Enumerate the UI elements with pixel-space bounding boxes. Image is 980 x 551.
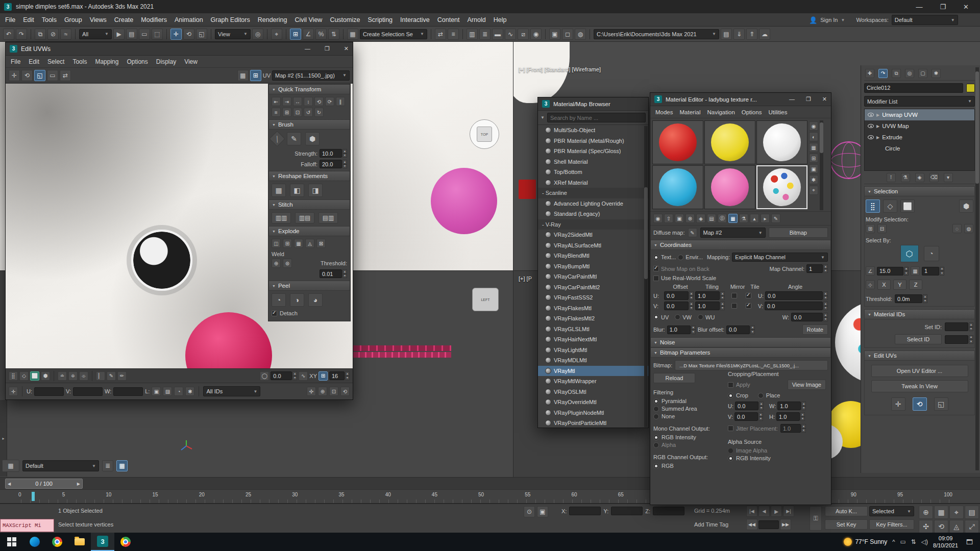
u-tiling-field[interactable]: 1.0: [695, 291, 720, 300]
minimize-icon[interactable]: —: [305, 45, 310, 52]
angle-snap-icon[interactable]: ∠: [303, 29, 314, 40]
use-real-world-scale-checkbox[interactable]: [653, 276, 659, 281]
v-tile-checkbox[interactable]: [746, 303, 751, 309]
maximize-icon[interactable]: ❐: [806, 96, 811, 103]
vertex-mode-icon[interactable]: ⣿: [9, 371, 18, 381]
rectangularize-icon[interactable]: ◨: [308, 184, 323, 197]
stitch-header[interactable]: Stitch: [268, 199, 350, 210]
relax-brush-icon[interactable]: ⬢: [305, 132, 320, 145]
matid-icon[interactable]: ▦: [911, 266, 920, 276]
uv-mirror-icon[interactable]: ⇄: [60, 70, 71, 81]
absolute-mode-icon[interactable]: ✛: [9, 387, 18, 396]
material-list-item[interactable]: - Scanline: [538, 188, 648, 198]
viewport-layout-icon[interactable]: ▦: [2, 460, 19, 472]
sample-slot-white[interactable]: [756, 120, 807, 164]
render-setup-icon[interactable]: ▣: [549, 29, 560, 40]
weld-threshold-field[interactable]: 0.01: [320, 269, 342, 278]
workspace-dropdown[interactable]: Default▼: [892, 15, 958, 25]
material-list-item[interactable]: Top/Bottom: [538, 167, 648, 178]
show-map-toggle-icon[interactable]: ▦: [237, 70, 249, 81]
loop-selection-icon[interactable]: ◌: [952, 224, 962, 233]
go-to-parent-icon[interactable]: ▴: [750, 214, 759, 223]
chevron-down-icon[interactable]: ▼: [841, 18, 845, 22]
polygon-selection-icon[interactable]: ⬜: [900, 199, 915, 213]
v-mirror-checkbox[interactable]: [731, 303, 737, 309]
grow-selection-icon[interactable]: ⊞: [866, 224, 875, 233]
x-axis-button[interactable]: X: [877, 280, 891, 290]
zoom-all-icon[interactable]: ▦: [934, 506, 948, 519]
apply-checkbox[interactable]: [728, 382, 733, 388]
menu-item[interactable]: Display: [156, 58, 176, 65]
browser-titlebar[interactable]: 3 Material/Map Browser: [538, 97, 648, 111]
material-list-item[interactable]: Standard (Legacy): [538, 209, 648, 219]
brush-header[interactable]: Brush: [268, 119, 350, 130]
rotate-90cw-icon[interactable]: ↻: [314, 108, 324, 117]
selection-rollout-header[interactable]: Selection: [864, 186, 975, 196]
crop-w-field[interactable]: 1.0: [777, 402, 801, 410]
pack-icon[interactable]: ⌯: [79, 371, 88, 381]
break-icon[interactable]: ◬: [305, 239, 314, 248]
snap-grid-icon[interactable]: ⊞: [318, 371, 328, 381]
lock-icon[interactable]: ▣: [152, 387, 161, 396]
menu-item[interactable]: Options: [127, 58, 148, 65]
previous-frame-icon[interactable]: ◀: [758, 506, 770, 517]
panel-scrollbar[interactable]: [975, 67, 979, 470]
close-icon[interactable]: ✕: [344, 45, 349, 52]
search-input[interactable]: [547, 113, 646, 122]
hide-icon[interactable]: ▨: [163, 387, 172, 396]
material-list-item[interactable]: VRayCarPaintMtl: [538, 271, 648, 282]
material-id-channel-icon[interactable]: ⓪: [718, 214, 727, 223]
rotate-cw-icon[interactable]: ⟳: [325, 97, 334, 106]
zoom-icon[interactable]: ⊕: [919, 506, 933, 519]
material-list-item[interactable]: VRayMtl: [538, 366, 648, 377]
display-tab-icon[interactable]: ▢: [918, 69, 927, 78]
modifier-stack-row[interactable]: ▶ Circle: [865, 143, 974, 154]
zoom-region-icon[interactable]: ⊡: [329, 387, 338, 396]
texture-radio[interactable]: [653, 255, 659, 260]
selection-lock-icon[interactable]: ▣: [537, 506, 548, 517]
show-map-on-back-checkbox[interactable]: [653, 266, 659, 271]
soft-selection-icon[interactable]: ◯: [260, 371, 269, 381]
pick-material-icon[interactable]: ✎: [771, 214, 780, 223]
go-to-start-icon[interactable]: |◀: [746, 506, 757, 517]
maximize-icon[interactable]: ❐: [940, 3, 946, 11]
straighten-icon[interactable]: ≐: [58, 371, 67, 381]
put-to-library-icon[interactable]: ▤: [707, 214, 716, 223]
current-frame-field[interactable]: [758, 520, 779, 529]
toggle-scene-explorer-icon[interactable]: ▥: [467, 29, 478, 40]
menu-item[interactable]: Tools: [42, 16, 57, 23]
u-offset-field[interactable]: 0.0: [664, 291, 689, 300]
add-time-tag[interactable]: Add Time Tag: [694, 521, 728, 528]
tray-expand-icon[interactable]: ^: [892, 539, 895, 545]
quick-transform-header[interactable]: Quick Transform: [268, 84, 350, 94]
material-list-item[interactable]: VRayPluginNodeMtl: [538, 408, 648, 418]
ring-selection-icon[interactable]: ◍: [964, 224, 973, 233]
import-file-icon[interactable]: ⇓: [733, 29, 745, 40]
modify-tab-icon[interactable]: ↷: [878, 69, 888, 78]
material-list-item[interactable]: VRayFastSSS2: [538, 292, 648, 303]
material-list-item[interactable]: VRayMDLMtl: [538, 355, 648, 366]
crop-h-field[interactable]: 1.0: [776, 412, 800, 421]
matid-field[interactable]: 1: [922, 267, 939, 276]
material-list-item[interactable]: VRayHairNextMtl: [538, 334, 648, 345]
menu-item[interactable]: File: [5, 16, 15, 23]
project-folder-dropdown[interactable]: C:\Users\Erik\Documents\3ds Max 2021▼: [594, 29, 719, 39]
z-coordinate-field[interactable]: [653, 507, 684, 515]
minimize-icon[interactable]: —: [789, 96, 795, 103]
modifier-list-dropdown[interactable]: Modifier List▼: [864, 96, 975, 107]
taskbar-weather[interactable]: 77°F Sunny: [844, 538, 887, 546]
material-list-item[interactable]: VRayALSurfaceMtl: [538, 240, 648, 251]
material-list-item[interactable]: Multi/Sub-Object: [538, 125, 648, 136]
select-and-scale-icon[interactable]: ◱: [196, 29, 207, 40]
show-end-result-icon[interactable]: ⚗: [901, 173, 910, 182]
flatten-by-smoothing-icon[interactable]: ⊞: [283, 239, 292, 248]
maximize-icon[interactable]: ❐: [325, 45, 330, 52]
snap-center-icon[interactable]: ⊞: [282, 108, 291, 117]
material-list-item[interactable]: VRayMtlWrapper: [538, 376, 648, 387]
open-folder-icon[interactable]: ▤: [721, 29, 732, 40]
material-list-item[interactable]: VRayPointParticleMtl: [538, 418, 648, 428]
explode-faces-icon[interactable]: ⊠: [316, 239, 326, 248]
grid-size-field[interactable]: 16: [329, 371, 345, 380]
undo-icon[interactable]: ↶: [3, 29, 14, 40]
space-vertical-icon[interactable]: ↕: [304, 97, 313, 106]
